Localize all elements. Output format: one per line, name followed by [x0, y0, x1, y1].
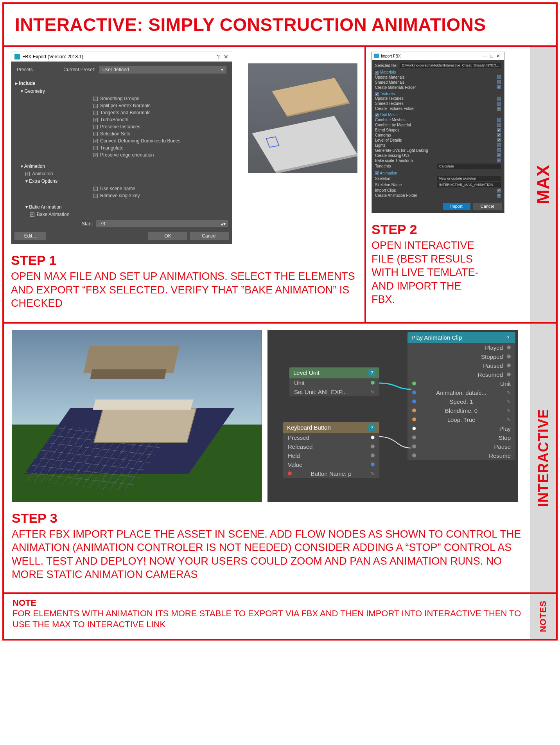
fbx-title-bar: FBX Export (Version: 2018.1) ? ✕: [11, 52, 232, 62]
ok-button[interactable]: OK: [148, 232, 187, 240]
edit-icon[interactable]: ✎: [506, 417, 511, 423]
bake-animation-group[interactable]: ▾ Bake Animation: [25, 203, 228, 211]
node-level-unit[interactable]: Level Unit? Unit Set Unit: ANI_EXP...✎: [289, 367, 379, 396]
chk-split[interactable]: Split per-vertex Normals: [93, 102, 228, 109]
interactive-section: Level Unit? Unit Set Unit: ANI_EXP...✎ K…: [4, 324, 556, 594]
import-cancel-button[interactable]: Cancel: [473, 203, 502, 210]
tangents-dropdown[interactable]: Calculate: [437, 164, 501, 169]
chk-dummies[interactable]: Convert Deforming Dummies to Bones: [93, 137, 228, 144]
port-out-unit[interactable]: [371, 381, 375, 385]
interactive-tab-label: INTERACTIVE: [535, 409, 551, 507]
port-out-held[interactable]: [371, 453, 375, 457]
edit-icon[interactable]: ✎: [370, 471, 375, 477]
chk-unitmesh-cat[interactable]: [375, 113, 379, 117]
chk-combine-by-material[interactable]: [497, 123, 501, 127]
chk-shared-materials[interactable]: [497, 80, 501, 84]
chk-bake-scale[interactable]: [497, 158, 501, 162]
flow-graph-screenshot: Level Unit? Unit Set Unit: ANI_EXP...✎ K…: [267, 330, 518, 502]
presets-label: Presets: [17, 67, 33, 72]
close-icon[interactable]: ✕: [495, 53, 502, 59]
chk-use-scene-name[interactable]: Use scene name: [93, 185, 228, 192]
chk-lights[interactable]: [497, 143, 501, 147]
step1-body: OPEN MAX FILE AND SET UP ANIMATIONS. SEL…: [11, 270, 357, 310]
chk-update-materials[interactable]: [497, 75, 501, 79]
maximize-icon[interactable]: □: [489, 53, 495, 59]
chk-turbo[interactable]: TurboSmooth: [93, 116, 228, 123]
port-in-btnname[interactable]: [288, 471, 292, 475]
chk-triangulate[interactable]: Triangulate: [93, 144, 228, 151]
help-icon[interactable]: ?: [215, 54, 221, 60]
chk-preserve-instances[interactable]: Preserve Instances: [93, 123, 228, 130]
max-viewport-screenshot: [248, 63, 357, 173]
port-out-released[interactable]: [371, 444, 375, 448]
port-in-unit[interactable]: [412, 381, 416, 385]
port-in-resume[interactable]: [412, 453, 416, 457]
port-out-pressed[interactable]: [371, 435, 375, 439]
edit-icon[interactable]: ✎: [370, 389, 375, 395]
port-out-stopped[interactable]: [507, 355, 511, 358]
edit-icon[interactable]: ✎: [506, 399, 511, 405]
port-in-play[interactable]: [412, 426, 416, 430]
extra-options-group[interactable]: ▾ Extra Options: [25, 177, 228, 185]
chk-create-textures-folder[interactable]: [497, 107, 501, 111]
edit-icon[interactable]: ✎: [506, 408, 511, 414]
max-section: FBX Export (Version: 2018.1) ? ✕ Presets…: [4, 47, 556, 324]
port-out-paused[interactable]: [507, 364, 511, 367]
close-icon[interactable]: ✕: [223, 54, 229, 60]
port-in-pause[interactable]: [412, 444, 416, 448]
chk-tangents[interactable]: Tangents and Binormals: [93, 109, 228, 116]
chk-smoothing[interactable]: Smoothing Groups: [93, 95, 228, 102]
port-in-stop[interactable]: [412, 435, 416, 439]
edit-button[interactable]: Edit...: [14, 232, 46, 240]
port-in-animation[interactable]: [412, 390, 416, 394]
chk-bake-animation[interactable]: Bake Animation: [30, 211, 228, 218]
animation-group[interactable]: ▾ Animation: [21, 162, 228, 170]
minimize-icon[interactable]: —: [481, 53, 489, 59]
node-keyboard-button[interactable]: Keyboard Button? Pressed Released Held V…: [283, 422, 379, 478]
skeleton-name-field[interactable]: INTERACTIVE_MAX_ANIMATION: [437, 182, 501, 187]
page-title: INTERACTIVE: SIMPLY CONSTRUCTION ANIMATI…: [15, 14, 545, 35]
help-icon[interactable]: ?: [504, 334, 512, 341]
chk-animation-cat[interactable]: [375, 171, 379, 175]
chk-create-missing-uvs[interactable]: [497, 153, 501, 157]
geometry-group[interactable]: ▾ Geometry: [21, 87, 228, 95]
edit-icon[interactable]: ✎: [506, 390, 511, 396]
note-body: FOR ELEMENTS WITH ANIMATION ITS MORE STA…: [13, 608, 522, 630]
chk-combine-meshes[interactable]: [497, 118, 501, 122]
cancel-button[interactable]: Cancel: [190, 232, 229, 240]
chk-update-textures[interactable]: [497, 97, 501, 101]
chk-blend-shapes[interactable]: [497, 128, 501, 132]
help-icon[interactable]: ?: [368, 424, 375, 431]
chk-edge-orientation[interactable]: Preserve edge orientation: [93, 151, 228, 158]
max-side-tab: MAX: [530, 47, 556, 322]
chk-materials-cat[interactable]: [375, 71, 379, 75]
chk-textures-cat[interactable]: [375, 92, 379, 96]
chk-selection-sets[interactable]: Selection Sets: [93, 130, 228, 137]
chk-import-clips[interactable]: [497, 189, 501, 193]
port-in-speed[interactable]: [412, 399, 416, 403]
spinner-icon[interactable]: ▴▾: [221, 221, 226, 227]
chk-animation[interactable]: Animation: [25, 170, 228, 177]
chk-create-materials-folder[interactable]: [497, 85, 501, 89]
port-out-played[interactable]: [507, 346, 511, 349]
port-out-resumed[interactable]: [507, 372, 511, 376]
port-out-value[interactable]: [371, 462, 375, 466]
selected-file-field[interactable]: D:\working-personal-folder\Interactive_C…: [400, 63, 501, 68]
import-button[interactable]: Import: [443, 203, 470, 210]
chk-generate-uvs[interactable]: [497, 148, 501, 152]
port-in-loop[interactable]: [412, 417, 416, 421]
port-in-blendtime[interactable]: [412, 408, 416, 412]
chk-remove-single-key[interactable]: Remove single key: [93, 192, 228, 199]
chk-create-anim-folder[interactable]: [497, 194, 501, 198]
help-icon[interactable]: ?: [368, 369, 375, 376]
node-play-animation-clip[interactable]: Play Animation Clip? Played Stopped Paus…: [407, 332, 515, 460]
page-header: INTERACTIVE: SIMPLY CONSTRUCTION ANIMATI…: [4, 4, 556, 47]
skeleton-dropdown[interactable]: New or update skeleton: [437, 176, 501, 181]
preset-dropdown[interactable]: User defined▾: [99, 66, 226, 74]
start-field[interactable]: -73▴▾: [96, 220, 228, 227]
note-title: NOTE: [13, 598, 522, 608]
include-group[interactable]: ▸ Include: [15, 79, 228, 87]
chk-lod[interactable]: [497, 138, 501, 142]
chk-shared-textures[interactable]: [497, 102, 501, 106]
chk-cameras[interactable]: [497, 133, 501, 137]
